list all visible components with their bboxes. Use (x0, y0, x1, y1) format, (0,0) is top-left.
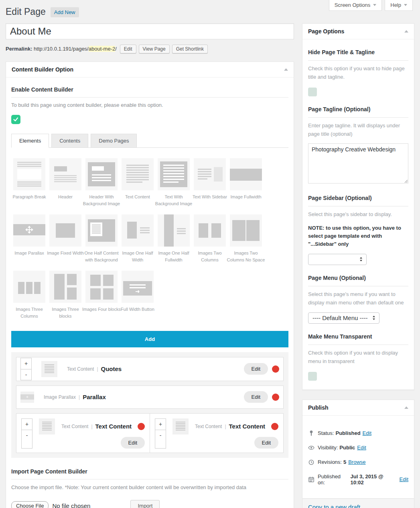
builder-row-text-content-1: + - Text Content | Text Content (16, 414, 150, 453)
import-button[interactable]: Import (130, 500, 160, 508)
publish-panel: Publish Status: Published Edit Visibilit… (302, 400, 414, 508)
tagline-textarea[interactable]: Photography Creative Webdesign (308, 143, 408, 184)
element-image-parallax[interactable]: Image Parallax (11, 214, 47, 263)
row-edit-button[interactable]: Edit (121, 437, 145, 449)
visibility-edit-link[interactable]: Edit (357, 445, 366, 451)
permalink-edit-button[interactable]: Edit (120, 45, 136, 53)
add-new-button[interactable]: Add New (51, 7, 79, 17)
stepper-plus-button[interactable]: + (155, 419, 166, 430)
published-on-label: Published on: (318, 473, 349, 486)
content-builder-panel-header[interactable]: Content Builder Option (6, 62, 294, 78)
chevron-down-icon (373, 4, 376, 6)
element-header-with-background-image[interactable]: Header With Background Image (83, 158, 120, 207)
page-options-title: Page Options (308, 28, 344, 35)
element-text-with-sidebar[interactable]: Text With Sidebar (192, 158, 228, 207)
publish-status-row: Status: Published Edit (308, 430, 408, 437)
row-delete-button[interactable] (272, 394, 279, 401)
calendar-icon (308, 476, 314, 483)
publish-footer: Copy to a new draft Move to Trash Update (302, 498, 414, 508)
page-options-panel-header[interactable]: Page Options (302, 24, 414, 39)
element-text-with-background-image[interactable]: Text With Background Image (156, 158, 192, 207)
row-edit-button[interactable]: Edit (254, 437, 278, 449)
stepper-minus-button[interactable]: - (22, 430, 32, 441)
collapse-icon[interactable] (284, 68, 288, 71)
permalink: Permalink: http://10.0.1.191/pages/about… (6, 45, 294, 53)
stepper-plus-button[interactable]: + (22, 419, 32, 430)
text-content-thumb-icon (39, 418, 55, 435)
menu-transparent-description: Check this option if you want to display… (308, 349, 408, 365)
image-one-half-icon (122, 214, 154, 247)
tab-demo-pages[interactable]: Demo Pages (91, 134, 137, 148)
enable-builder-description: To build this page using content builder… (11, 102, 288, 108)
row-delete-button[interactable] (138, 423, 145, 430)
element-header[interactable]: Header (47, 158, 83, 207)
page-sidebar-select[interactable] (308, 254, 367, 265)
published-on-edit-link[interactable]: Edit (400, 476, 408, 482)
page-title: Edit Page (6, 6, 46, 18)
row-delete-button[interactable] (271, 423, 278, 430)
element-images-two-columns[interactable]: Images Two Columns (192, 214, 228, 263)
tab-contents[interactable]: Contents (51, 134, 88, 148)
row-name: Quotes (101, 365, 122, 372)
text-background-icon (158, 158, 190, 190)
screen-options-label: Screen Options (335, 2, 371, 8)
row-edit-button[interactable]: Edit (244, 391, 268, 403)
help-tab[interactable]: Help (385, 0, 413, 11)
screen-options-tab[interactable]: Screen Options (329, 0, 382, 11)
element-one-half-content-background[interactable]: One Half Content with Background (83, 214, 120, 263)
enable-builder-checkbox[interactable] (11, 115, 20, 124)
revisions-icon (308, 459, 314, 465)
page-title-input[interactable] (6, 23, 294, 39)
separator: | (97, 366, 98, 372)
copy-to-new-draft-link[interactable]: Copy to a new draft (308, 504, 360, 508)
row-type-label: Image Parallax (44, 394, 76, 400)
elements-grid: Paragraph Break Header Header With Backg… (11, 158, 288, 320)
stepper-minus-button[interactable]: - (155, 430, 166, 441)
row-type-label: Text Content (61, 424, 88, 429)
row-stepper: + - (155, 418, 166, 449)
header-icon (49, 158, 81, 190)
get-shortlink-button[interactable]: Get Shortlink (172, 45, 208, 53)
row-delete-button[interactable] (272, 365, 279, 373)
element-images-three-columns[interactable]: Images Three Columns (11, 271, 47, 320)
view-page-button[interactable]: View Page (139, 45, 170, 53)
hide-title-checkbox[interactable] (308, 88, 317, 96)
publish-panel-header[interactable]: Publish (302, 400, 414, 416)
row-name: Text Content (95, 423, 132, 430)
text-content-thumb-icon (41, 361, 57, 377)
element-image-one-half-width[interactable]: Image One Half Width (120, 214, 156, 263)
element-paragraph-break[interactable]: Paragraph Break (11, 158, 47, 207)
element-images-three-blocks[interactable]: Images Three blocks (47, 271, 83, 320)
add-element-button[interactable]: Add (11, 331, 288, 347)
row-type-label: Text Content (195, 424, 222, 429)
element-image-one-half-fullwidth[interactable]: Image One Half Fullwidth (156, 214, 192, 263)
element-images-two-columns-no-space[interactable]: Images Two Columns No Space (228, 214, 264, 263)
revisions-browse-link[interactable]: Browse (348, 459, 365, 465)
separator: | (79, 394, 80, 400)
hide-title-heading: Hide Page Title & Tagline (308, 49, 408, 61)
page-menu-select[interactable]: ---- Default Menu ---- (308, 312, 379, 324)
select-arrows-icon (360, 257, 362, 261)
status-edit-link[interactable]: Edit (363, 430, 371, 436)
page-menu-select-value: ---- Default Menu ---- (312, 314, 368, 321)
element-images-four-blocks[interactable]: Images Four blocks (83, 271, 120, 320)
element-text-content[interactable]: Text Content (120, 158, 156, 207)
element-full-width-button[interactable]: Full Width Button (120, 271, 156, 320)
import-controls: Choose File No file chosen Import (11, 500, 288, 508)
collapse-icon[interactable] (404, 30, 408, 33)
page-sidebar-description: Select this page's sidebar to display. (308, 210, 408, 218)
tab-elements[interactable]: Elements (11, 134, 49, 148)
permalink-slug: about-me-2 (89, 46, 115, 52)
stepper-plus-button[interactable]: + (21, 358, 31, 369)
menu-transparent-checkbox[interactable] (308, 372, 317, 381)
stepper-minus-button[interactable]: - (21, 369, 31, 380)
page-sidebar-heading: Page Sidebar (Optional) (308, 195, 408, 206)
collapse-icon[interactable] (404, 406, 408, 409)
element-image-fixed-width[interactable]: Image Fixed Width (47, 214, 83, 263)
choose-file-button[interactable]: Choose File (11, 501, 49, 508)
no-file-chosen-label: No file chosen (52, 502, 90, 508)
element-image-fullwidth[interactable]: Image Fullwidth (228, 158, 264, 207)
builder-row-quotes: + - Text Content | Quotes Edit (16, 357, 284, 381)
builder-row-text-content-2: + - Text Content | Text Content (150, 414, 283, 453)
row-edit-button[interactable]: Edit (244, 363, 268, 375)
